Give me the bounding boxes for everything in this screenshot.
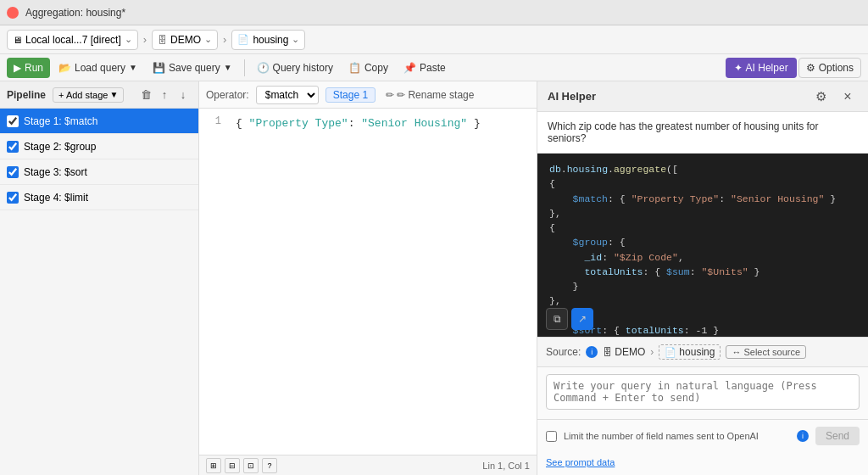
save-query-button[interactable]: 💾 Save query ▼	[146, 58, 239, 78]
code-content: { "Property Type": "Senior Housing" }	[229, 115, 537, 133]
collection-dropdown-icon: ⌄	[292, 34, 299, 45]
help-icon-btn[interactable]: ?	[262, 458, 277, 473]
code-line: },	[549, 293, 856, 308]
limit-fields-checkbox[interactable]	[546, 431, 557, 442]
stage-badge: Stage 1	[326, 87, 376, 103]
options-icon: ⚙	[806, 62, 815, 74]
limit-info-icon[interactable]: i	[797, 430, 809, 442]
breadcrumb-separator-1: ›	[143, 33, 147, 46]
source-collection: 📄 housing	[659, 344, 721, 360]
title-bar: × Aggregation: housing*	[0, 0, 868, 25]
collection-name: housing	[253, 34, 288, 46]
close-button[interactable]: ×	[7, 7, 19, 19]
code-line: $match: { "Property Type": "Senior Housi…	[549, 192, 856, 206]
operator-label: Operator:	[206, 89, 249, 101]
ai-helper-header: AI Helper ⚙ ×	[537, 81, 868, 112]
toolbar: ▶ Run 📂 Load query ▼ 💾 Save query ▼ 🕐 Qu…	[0, 54, 868, 81]
code-line: {	[549, 176, 856, 191]
ai-footer: Limit the number of field names sent to …	[537, 420, 868, 452]
limit-fields-label: Limit the number of field names sent to …	[564, 431, 790, 441]
ai-query-input[interactable]	[546, 374, 860, 410]
save-icon: 💾	[153, 62, 165, 74]
ai-input-area	[537, 367, 868, 420]
source-database: 🗄 DEMO	[603, 346, 645, 358]
editor-icon-btn-3[interactable]: ⊡	[243, 458, 259, 473]
db-icon: 🗄	[603, 347, 612, 357]
code-line: _id: "$Zip Code",	[549, 250, 856, 265]
options-button[interactable]: ⚙ Options	[798, 58, 861, 78]
breadcrumb-separator-2: ›	[223, 33, 226, 46]
code-editor[interactable]: 1 { "Property Type": "Senior Housing" }	[199, 109, 537, 455]
connection-bar: 🖥 Local local...7 [direct] ⌄ › 🗄 DEMO ⌄ …	[0, 25, 868, 54]
toolbar-divider-1	[244, 59, 245, 76]
paste-button[interactable]: 📌 Paste	[397, 58, 453, 78]
collection-selector[interactable]: 📄 housing ⌄	[231, 30, 305, 50]
ai-close-button[interactable]: ×	[837, 87, 858, 107]
stage-item[interactable]: Stage 2: $group	[0, 134, 198, 159]
cursor-position: Lin 1, Col 1	[482, 461, 530, 471]
editor-icon-btn-2[interactable]: ⊟	[225, 458, 240, 473]
ai-settings-button[interactable]: ⚙	[810, 87, 831, 107]
copy-button[interactable]: 📋 Copy	[342, 58, 395, 78]
stage-2-checkbox[interactable]	[7, 141, 19, 153]
stage-item[interactable]: Stage 3: $sort	[0, 159, 198, 185]
line-numbers: 1	[199, 109, 225, 127]
window-title: Aggregation: housing*	[25, 7, 125, 19]
insert-pipeline-button[interactable]: ↗	[571, 308, 593, 330]
code-line: {	[549, 309, 856, 323]
pipeline-panel: Pipeline + Add stage ▼ 🗑 ↑ ↓ Stage 1: $m…	[0, 81, 199, 475]
run-icon: ▶	[14, 62, 21, 74]
load-dropdown-icon: ▼	[129, 63, 137, 72]
ai-helper-button[interactable]: ✦ AI Helper	[726, 58, 797, 78]
database-dropdown-icon: ⌄	[204, 34, 212, 45]
ai-icon: ✦	[734, 62, 743, 74]
source-label: Source:	[546, 346, 581, 358]
load-icon: 📂	[58, 62, 71, 74]
add-stage-button[interactable]: + Add stage ▼	[53, 87, 124, 103]
stage-item[interactable]: Stage 4: $limit	[0, 185, 198, 210]
copy-icon: 📋	[348, 62, 361, 74]
stage-4-checkbox[interactable]	[7, 192, 19, 204]
delete-stage-button[interactable]: 🗑	[137, 87, 154, 103]
paste-icon: 📌	[403, 62, 416, 74]
move-up-button[interactable]: ↑	[156, 87, 173, 103]
query-history-button[interactable]: 🕐 Query history	[250, 58, 340, 78]
load-query-button[interactable]: 📂 Load query ▼	[52, 58, 144, 78]
code-line: {	[549, 221, 856, 235]
ai-header-buttons: ⚙ ×	[810, 87, 858, 107]
stage-1-checkbox[interactable]	[7, 115, 19, 127]
stage-item[interactable]: Stage 1: $match	[0, 109, 198, 134]
select-source-button[interactable]: ↔ Select source	[726, 345, 806, 359]
send-button[interactable]: Send	[815, 427, 860, 445]
rename-stage-button[interactable]: ✏ ✏ Rename stage	[382, 87, 477, 103]
copy-code-button[interactable]: ⧉	[546, 308, 568, 330]
stage-3-label: Stage 3: $sort	[24, 166, 87, 178]
code-line: }	[549, 279, 856, 293]
stage-1-label: Stage 1: $match	[24, 115, 97, 127]
code-line: db.housing.aggregate([	[549, 162, 856, 176]
code-line-1: { "Property Type": "Senior Housing" }	[236, 115, 530, 133]
code-line: $group: {	[549, 235, 856, 249]
move-down-button[interactable]: ↓	[175, 87, 192, 103]
operator-select[interactable]: $match $group $sort $limit	[256, 86, 319, 104]
connection-selector[interactable]: 🖥 Local local...7 [direct] ⌄	[7, 30, 138, 50]
source-breadcrumb-arrow: ›	[650, 346, 654, 358]
run-button[interactable]: ▶ Run	[7, 58, 50, 78]
stage-list: Stage 1: $match Stage 2: $group Stage 3:…	[0, 109, 198, 475]
database-selector[interactable]: 🗄 DEMO ⌄	[152, 30, 218, 50]
main-container: Pipeline + Add stage ▼ 🗑 ↑ ↓ Stage 1: $m…	[0, 81, 868, 475]
editor-icon-group: ⊞ ⊟ ⊡ ?	[206, 458, 277, 473]
stage-3-checkbox[interactable]	[7, 166, 19, 178]
editor-icon-btn-1[interactable]: ⊞	[206, 458, 221, 473]
editor-panel: Operator: $match $group $sort $limit Sta…	[199, 81, 537, 475]
source-info-icon[interactable]: i	[586, 346, 598, 358]
collection-icon: 📄	[665, 347, 676, 358]
see-prompt-data-button[interactable]: See prompt data	[546, 457, 615, 467]
connection-dropdown-icon: ⌄	[125, 34, 132, 45]
history-icon: 🕐	[257, 62, 270, 74]
stage-actions: 🗑 ↑ ↓	[137, 87, 192, 103]
ai-bottom-link: See prompt data	[537, 452, 868, 475]
ai-source-bar: Source: i 🗄 DEMO › 📄 housing ↔ Select so…	[537, 337, 868, 367]
ai-helper-panel: AI Helper ⚙ × Which zip code has the gre…	[537, 81, 868, 475]
stage-2-label: Stage 2: $group	[24, 141, 96, 153]
